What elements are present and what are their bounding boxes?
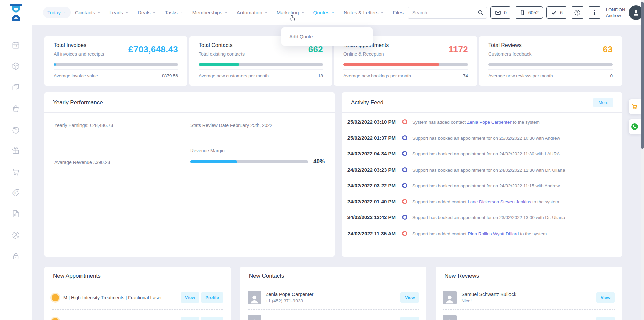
chevron-down-icon bbox=[264, 11, 268, 14]
cart-orange-icon bbox=[631, 103, 638, 110]
revenue-margin-block: Revenue Margin 40% bbox=[190, 148, 325, 165]
nav-item-today[interactable]: Today bbox=[43, 7, 71, 18]
dashboard-page: TodayContactsLeadsDealsTasksMembershipsA… bbox=[0, 0, 644, 320]
calendar-icon: 12 bbox=[11, 41, 20, 50]
sidebar-report-icon[interactable] bbox=[11, 209, 20, 218]
nav-item-tasks[interactable]: Tasks bbox=[160, 7, 187, 18]
stat-progress-fill bbox=[54, 63, 56, 66]
person-placeholder-icon bbox=[444, 317, 455, 320]
sidebar-package-icon[interactable] bbox=[11, 62, 20, 71]
nav-item-marketing[interactable]: Marketing bbox=[272, 7, 309, 18]
review-name: Alex Stefan bbox=[461, 318, 594, 320]
info-button[interactable]: i bbox=[588, 6, 601, 19]
cart-side-tab[interactable] bbox=[629, 99, 641, 114]
stat-title: Total Invoices bbox=[54, 42, 104, 48]
sidebar-history-icon[interactable] bbox=[11, 125, 20, 134]
nav-item-notes-letters[interactable]: Notes & Letters bbox=[339, 7, 388, 18]
badge-count: 6052 bbox=[528, 10, 539, 15]
stat-value: £703,648.43 bbox=[128, 44, 178, 55]
profile-button[interactable]: Profile bbox=[201, 317, 223, 320]
sidebar-lock-icon[interactable] bbox=[11, 252, 20, 261]
whatsapp-side-tab[interactable] bbox=[629, 119, 641, 134]
top-header: TodayContactsLeadsDealsTasksMembershipsA… bbox=[0, 0, 644, 25]
stat-footer-value: 18 bbox=[318, 73, 323, 78]
shopping-bag-icon bbox=[11, 104, 20, 113]
sidebar-cart-icon[interactable] bbox=[11, 167, 20, 176]
activity-item: 24/02/2022 03:23 PMSupport has booked an… bbox=[345, 167, 613, 183]
sidebar-price-tag-icon[interactable]: $ bbox=[11, 188, 20, 197]
timeline-marker-icon bbox=[402, 183, 407, 188]
person-icon bbox=[632, 8, 640, 17]
sidebar-copy-icon[interactable] bbox=[11, 83, 20, 92]
contact-link[interactable]: Zenia Pope Carpenter bbox=[467, 120, 512, 125]
timeline-marker-icon bbox=[402, 199, 407, 204]
view-button[interactable]: View bbox=[181, 317, 199, 320]
appointment-dot-icon bbox=[52, 294, 59, 301]
contact-link[interactable]: Rina Rollins Wyatt Dillard bbox=[468, 231, 519, 236]
view-button[interactable]: View bbox=[596, 292, 615, 303]
sidebar-calendar-icon[interactable]: 12 bbox=[11, 41, 20, 50]
sidebar-account-icon[interactable] bbox=[11, 231, 20, 240]
stat-progress-track bbox=[199, 63, 323, 66]
view-button[interactable]: View bbox=[400, 317, 419, 320]
phone-badge-button[interactable]: 6052 bbox=[515, 6, 543, 19]
nav-item-deals[interactable]: Deals bbox=[133, 7, 160, 18]
view-button[interactable]: View bbox=[596, 317, 615, 320]
appointment-dot-icon bbox=[52, 318, 59, 320]
help-button[interactable] bbox=[571, 6, 584, 19]
contact-row: Lane Dickerson Steven JenkinsView bbox=[248, 310, 419, 320]
mail-badge-button[interactable]: 0 bbox=[490, 6, 511, 19]
sidebar-shopping-bag-icon[interactable] bbox=[11, 104, 20, 113]
nav-item-quotes[interactable]: Quotes bbox=[309, 7, 339, 18]
check-badge-button[interactable]: 6 bbox=[546, 6, 567, 19]
user-name: Andrew bbox=[606, 13, 625, 18]
contacts-list: Zenia Pope Carpenter+1 (452) 371-9933Vie… bbox=[240, 285, 427, 320]
user-location: LONDON bbox=[606, 7, 625, 13]
price-tag-icon: $ bbox=[11, 188, 20, 197]
review-row: Alex StefanView bbox=[443, 310, 615, 320]
contact-row: Zenia Pope Carpenter+1 (452) 371-9933Vie… bbox=[248, 285, 419, 310]
menu-item-add-quote[interactable]: Add Quote bbox=[281, 29, 373, 44]
search-button[interactable] bbox=[474, 7, 487, 19]
chevron-down-icon bbox=[152, 11, 156, 14]
revenue-margin-label: Revenue Margin bbox=[190, 148, 325, 153]
more-button[interactable]: More bbox=[593, 98, 613, 107]
app-logo-icon bbox=[8, 4, 24, 22]
contact-name: Zenia Pope Carpenter bbox=[266, 291, 399, 298]
scrollbar-thumb[interactable] bbox=[641, 2, 644, 149]
chevron-down-icon bbox=[380, 11, 384, 14]
view-button[interactable]: View bbox=[400, 292, 419, 303]
vertical-scrollbar bbox=[641, 0, 644, 320]
activity-text: Support has added contact Lane Dickerson… bbox=[412, 199, 559, 205]
activity-feed-list: 25/02/2022 03:10 PMSystem has added cont… bbox=[342, 113, 622, 247]
nav-item-leads[interactable]: Leads bbox=[105, 7, 133, 18]
stat-progress-track bbox=[343, 63, 468, 66]
activity-item: 25/02/2022 01:37 PMSupport has booked an… bbox=[345, 135, 613, 151]
stat-value: 1172 bbox=[448, 44, 468, 55]
avatar bbox=[443, 315, 457, 320]
badge-count: 0 bbox=[504, 10, 507, 15]
main-content: Total InvoicesAll invoices and receipts£… bbox=[44, 36, 622, 320]
new-reviews-panel: New Reviews Samuel Schwartz BullockNice!… bbox=[436, 267, 622, 320]
sidebar-gift-icon[interactable] bbox=[11, 146, 20, 155]
reviews-list: Samuel Schwartz BullockNice!ViewAlex Ste… bbox=[436, 285, 622, 320]
nav-item-files[interactable]: Files bbox=[388, 7, 408, 18]
nav-item-automation[interactable]: Automation bbox=[232, 7, 272, 18]
timeline-marker-icon bbox=[402, 119, 407, 124]
activity-text: System has added contact Zenia Pope Carp… bbox=[412, 119, 540, 125]
stat-footer-label: Average new reviews per month bbox=[488, 73, 553, 78]
phone-icon bbox=[519, 9, 526, 16]
profile-button[interactable]: Profile bbox=[201, 292, 223, 303]
stat-subtitle: Customers feedback bbox=[488, 51, 531, 57]
view-button[interactable]: View bbox=[181, 292, 199, 303]
activity-item: 24/02/2022 11:35 AMSupport has added con… bbox=[345, 231, 613, 247]
chevron-down-icon bbox=[97, 11, 101, 14]
chevron-down-icon bbox=[224, 11, 228, 14]
nav-item-contacts[interactable]: Contacts bbox=[71, 7, 105, 18]
timeline-connector bbox=[405, 173, 405, 183]
stat-footer-label: Average new bookings per month bbox=[343, 73, 411, 78]
nav-item-memberships[interactable]: Memberships bbox=[188, 7, 232, 18]
person-placeholder-icon bbox=[249, 293, 260, 304]
contact-link[interactable]: Lane Dickerson Steven Jenkins bbox=[468, 199, 531, 204]
search-input[interactable] bbox=[408, 7, 474, 19]
